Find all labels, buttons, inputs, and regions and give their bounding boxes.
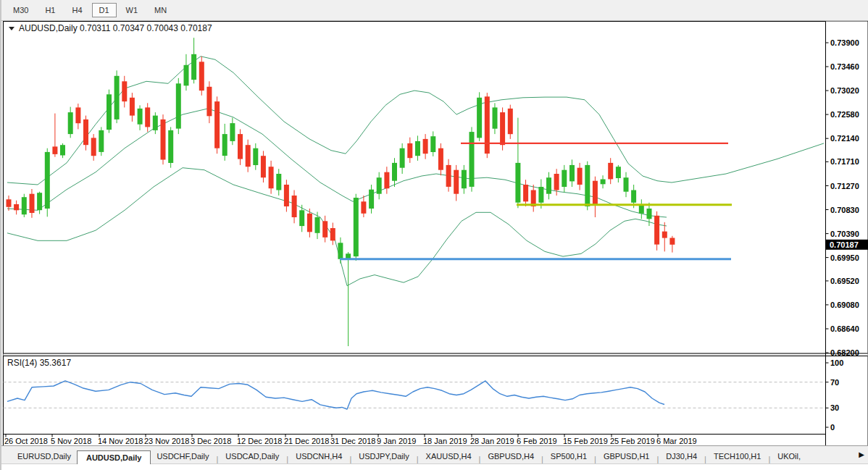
time-tick-label: 18 Jan 2019: [423, 437, 467, 445]
tab-scroll-right-icon[interactable]: ▶: [859, 450, 864, 458]
candle-body-bull: [168, 130, 173, 163]
time-tick-label: 14 Nov 2018: [98, 437, 143, 445]
candle-body-bear: [485, 96, 490, 154]
tab-separator: |: [593, 455, 598, 463]
tab-eurusd-daily[interactable]: EURUSD,Daily: [12, 449, 77, 463]
time-tick-label: 12 Dec 2018: [237, 437, 282, 445]
timeframe-button-mn[interactable]: MN: [147, 3, 174, 17]
rsi-tick-label: 70: [830, 378, 839, 387]
candle-body-bull: [191, 54, 196, 80]
price-tick-label: 0.68640: [830, 324, 859, 333]
candle-body-bull: [230, 123, 235, 141]
candle-body-bear: [52, 146, 57, 154]
candle-body-bear: [199, 62, 204, 91]
candle-body-bull: [624, 177, 629, 192]
tab-tech100-h1[interactable]: TECH100,H1: [708, 449, 767, 463]
price-tick-label: 0.69950: [830, 253, 859, 262]
timeframe-button-w1[interactable]: W1: [119, 3, 146, 17]
candle-body-bear: [145, 107, 150, 127]
tab-separator: |: [215, 455, 220, 463]
price-chart[interactable]: 0.739000.734600.730200.725800.721400.717…: [1, 0, 868, 448]
price-tick-label: 0.71710: [830, 157, 859, 166]
candle-body-bear: [322, 221, 327, 238]
tab-dj30-h4[interactable]: DJ30,H4: [660, 449, 703, 463]
candle-body-bull: [430, 136, 435, 152]
candle-body-bear: [122, 81, 127, 101]
tab-gbpusd-h1[interactable]: GBPUSD,H1: [598, 449, 656, 463]
candle-body-bull: [276, 174, 281, 190]
candle-body-bear: [75, 107, 80, 123]
candle-body-bear: [307, 214, 312, 232]
timeframe-button-m30[interactable]: M30: [6, 3, 36, 17]
candle-body-bull: [601, 180, 606, 185]
candle-body-bull: [99, 130, 104, 152]
price-tick-label: 0.69080: [830, 301, 859, 309]
candle-body-bear: [206, 87, 212, 117]
time-tick-label: 31 Dec 2018: [330, 437, 375, 445]
tab-audusd-daily[interactable]: AUDUSD,Daily: [77, 450, 151, 464]
candle-body-bear: [669, 238, 675, 245]
last-price-tag-label: 0.70187: [830, 240, 859, 249]
tab-usdjpy-daily[interactable]: USDJPY,Daily: [353, 449, 415, 463]
tab-usdcnh-h4[interactable]: USDCNH,H4: [290, 449, 348, 463]
price-tick-label: 0.72580: [830, 110, 859, 119]
tab-separator: |: [477, 455, 483, 463]
candle-body-bear: [161, 119, 166, 160]
candle-body-bull: [222, 134, 228, 156]
pane-separator: [4, 353, 868, 356]
tab-bar-bottom-strip: [1, 463, 868, 470]
candle-body-bull: [315, 217, 320, 233]
candle-body-bear: [384, 172, 389, 189]
trading-terminal-window: M30H1H4D1W1MN 0.739000.734600.730200.725…: [0, 0, 868, 470]
tab-separator: |: [540, 455, 545, 463]
rsi-tick-label: 0: [830, 423, 835, 432]
timeframe-button-h4[interactable]: H4: [64, 3, 89, 17]
time-tick-label: 15 Feb 2019: [563, 437, 608, 445]
candle-body-bear: [130, 98, 135, 116]
candle-body-bear: [261, 156, 266, 177]
candle-body-bull: [470, 132, 475, 187]
candle-body-bull: [515, 163, 520, 203]
candle-body-bull: [37, 193, 42, 210]
candle-body-bull: [369, 190, 374, 209]
candle-body-bull: [253, 148, 258, 165]
candle-body-bear: [577, 168, 583, 185]
tab-separator: |: [348, 455, 353, 463]
candle-body-bull: [585, 165, 590, 206]
candle-body-bull: [647, 209, 652, 219]
price-tick-label: 0.73900: [830, 38, 859, 47]
time-tick-label: 5 Nov 2018: [51, 437, 91, 445]
candle-body-bear: [593, 181, 598, 205]
tab-sp500-h1[interactable]: SP500,H1: [545, 449, 593, 463]
price-tick-label: 0.72140: [830, 134, 859, 143]
candle-body-bear: [608, 163, 613, 180]
candle-body-bull: [22, 197, 27, 214]
tab-usdchf-daily[interactable]: USDCHF,Daily: [151, 449, 214, 463]
tab-xauusd-h4[interactable]: XAUUSD,H4: [420, 449, 477, 463]
time-tick-label: 6 Mar 2019: [656, 437, 697, 445]
candle-body-bull: [462, 170, 467, 189]
candle-body-bull: [45, 152, 50, 209]
candle-body-bear: [523, 185, 528, 201]
price-tick-label: 0.71270: [830, 182, 859, 190]
candle-body-bear: [654, 216, 659, 245]
tab-separator: |: [655, 455, 660, 463]
candle-body-bear: [330, 228, 335, 240]
rsi-tick-label: 30: [830, 403, 839, 412]
chart-title: AUDUSD,Daily 0.70311 0.70347 0.70043 0.7…: [19, 23, 212, 33]
price-tick-label: 0.70390: [830, 230, 859, 238]
candle-body-bear: [83, 119, 88, 145]
candle-body-bear: [284, 185, 289, 206]
tab-ukoil-[interactable]: UKOil,: [772, 449, 806, 463]
candle-body-bull: [114, 76, 120, 119]
timeframe-button-d1[interactable]: D1: [92, 3, 117, 17]
candle-body-bull: [538, 187, 543, 203]
tab-usdcad-daily[interactable]: USDCAD,Daily: [220, 449, 285, 463]
timeframe-button-h1[interactable]: H1: [38, 3, 62, 17]
tab-gbpusd-h4[interactable]: GBPUSD,H4: [482, 449, 540, 463]
timeframe-toolbar: M30H1H4D1W1MN: [1, 0, 868, 21]
rsi-tick-label: 100: [830, 358, 843, 367]
candle-body-bear: [292, 196, 297, 217]
candle-body-bull: [68, 112, 73, 134]
candle-body-bull: [338, 243, 343, 259]
